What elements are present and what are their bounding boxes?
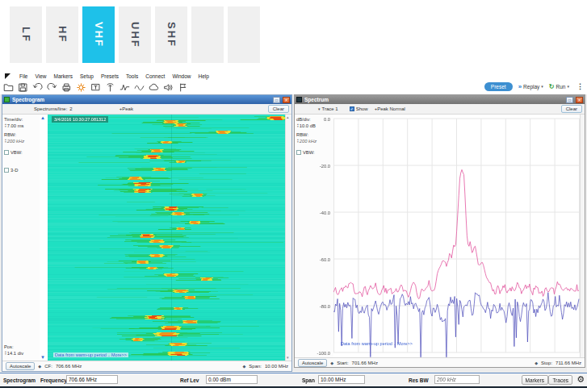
open-icon-button[interactable] [2,81,15,94]
spinner-icon[interactable]: ▴▾ [5,351,6,356]
rbw-control[interactable]: ▴▾ 200 kHz [297,139,332,144]
audio-icon-button[interactable] [162,81,174,94]
more-menu-button[interactable]: ⋮ [577,82,584,90]
autoscale-button[interactable]: Autoscale [6,362,35,370]
band-tab-empty[interactable] [191,6,224,63]
spectrogram-window-icon [4,97,10,102]
spinner-icon[interactable]: ▴▾ [297,123,299,128]
clear-button[interactable]: Clear [268,105,289,113]
ref-lev-input[interactable] [206,375,258,384]
spectrogram-scrollbar[interactable]: ▴ ▾ [285,115,291,361]
close-button[interactable]: ✕ [283,97,290,103]
band-tab-lf[interactable]: LF [10,6,42,63]
settings-gear-icon[interactable]: ⚙ [577,374,585,385]
undo-icon-button[interactable] [31,81,44,94]
rbw-value[interactable]: 200 kHz [300,139,317,144]
start-value[interactable]: 701.66 MHz [352,361,378,365]
band-tab-shf[interactable]: SHF [155,6,187,63]
spinner-icon[interactable]: ▴▾ [297,139,299,144]
spectrum-plot[interactable]: Data from warm-up period .. More>> [333,115,580,357]
frequency-label: Frequency [40,377,67,383]
trace-selector[interactable]: Trace 1 [322,106,338,111]
menu-presets[interactable]: Presets [101,73,119,79]
trace-mode-label[interactable]: +Peak Normal [375,106,405,111]
warmup-notice[interactable]: Data from warm-up period .. More>> [339,341,414,346]
close-button[interactable]: ✕ [576,97,583,103]
display-icon-button[interactable] [90,81,102,94]
spectrum-plot-svg[interactable] [333,115,580,357]
pos-value[interactable]: 14.1 div [7,351,23,356]
band-tab-empty[interactable] [228,6,260,63]
scroll-up-icon[interactable]: ▲ [40,115,45,120]
menu-markers[interactable]: Markers [53,73,72,79]
pos-control[interactable]: ▴▾ 14.1 div [5,351,38,356]
spectrogram-canvas[interactable] [48,115,285,361]
spinner-icon[interactable]: ▴▾ [5,139,6,144]
spectrogram-plot[interactable]: 3/4/2016 10:30:27.081312 Data from warm-… [48,115,285,361]
stop-value[interactable]: 711.66 MHz [556,361,581,365]
time-div-value[interactable]: 7.00 ms [7,123,24,128]
spectrum-body: dB/div: ▴▾ 10.0 dB RBW: ▴▾ 200 kHz VBW: [295,115,585,357]
menu-view[interactable]: View [35,73,46,79]
scroll-down-icon[interactable]: ▾ [287,356,289,360]
spectrum-scrollbar[interactable] [580,115,585,357]
rbw-control[interactable]: ▴▾ 200 kHz [5,139,38,144]
trace-normal-icon-button[interactable] [119,81,131,94]
warmup-notice[interactable]: Data from warm-up period .. More>> [53,352,128,357]
restore-button[interactable]: □ [566,97,573,103]
settings-gear-icon-button[interactable] [75,81,87,94]
frequency-input[interactable] [66,375,118,384]
band-tab-hf[interactable]: HF [46,6,78,63]
spectrums-per-line-value[interactable]: 2 [69,106,72,111]
save-icon-button[interactable] [17,81,29,94]
audio-icon [163,82,174,93]
time-div-control[interactable]: ▴▾ 7.00 ms [5,123,38,128]
traces-button[interactable]: Traces [548,375,572,385]
antenna-icon-button[interactable] [104,81,116,94]
spectrogram-titlebar[interactable]: Spectrogram □ ✕ [2,95,291,104]
spectrum-window: Spectrum □ ✕ ▾ Trace 1 ✓ Show +Peak Norm… [294,94,585,368]
menu-window[interactable]: Window [172,73,191,79]
span-input[interactable] [318,375,365,384]
res-bw-input[interactable] [434,375,480,384]
marker-flag-icon-button[interactable] [177,81,189,94]
cloud-icon-button[interactable] [148,81,160,94]
trace-mode-label[interactable]: +Peak [119,106,133,111]
clear-button[interactable]: Clear [561,105,582,113]
replay-button[interactable]: » Replay ▾ [518,83,543,90]
restore-button[interactable]: □ [273,97,280,103]
trace-average-icon-button[interactable] [133,81,145,94]
menu-file[interactable]: File [19,73,27,79]
span-label: Span [302,377,315,383]
preset-button[interactable]: Preset [484,82,513,91]
scroll-down-icon[interactable]: ▼ [40,355,45,360]
menu-help[interactable]: Help [199,73,209,79]
scroll-up-icon[interactable]: ▴ [287,115,289,119]
band-tab-label: SHF [166,22,178,48]
band-tab-label: UHF [129,22,141,48]
menu-setup[interactable]: Setup [80,73,94,79]
band-tab-uhf[interactable]: UHF [119,6,151,63]
band-tab-vhf[interactable]: VHF [82,6,115,63]
menu-connect[interactable]: Connect [145,73,165,79]
selected-display-label[interactable]: Spectrogram [3,377,36,383]
spectrum-titlebar[interactable]: Spectrum □ ✕ [295,95,585,104]
print-icon-button[interactable] [61,81,73,94]
signal-analyzer-app: LFHFVHFUHFSHF FileViewMarkersSetupPreset… [0,0,587,392]
redo-icon-button[interactable] [46,81,58,94]
vbw-checkbox[interactable] [4,150,9,155]
rbw-value[interactable]: 200 kHz [7,139,24,144]
spinner-icon[interactable]: ▴▾ [5,123,6,128]
menu-tools[interactable]: Tools [126,73,138,79]
open-icon [3,82,14,93]
threed-checkbox[interactable] [4,168,9,173]
show-checkbox[interactable]: ✓ [350,106,354,111]
cf-value[interactable]: 706.66 MHz [56,364,82,369]
db-div-control[interactable]: ▴▾ 10.0 dB [297,123,332,128]
markers-button[interactable]: Markers [522,375,548,385]
db-div-value[interactable]: 10.0 dB [300,123,316,128]
run-button[interactable]: ↻ Run ▾ [549,83,569,90]
autoscale-button[interactable]: Autoscale [298,359,327,367]
span-value[interactable]: 10.00 MHz [265,364,288,369]
vbw-checkbox[interactable] [296,150,301,155]
